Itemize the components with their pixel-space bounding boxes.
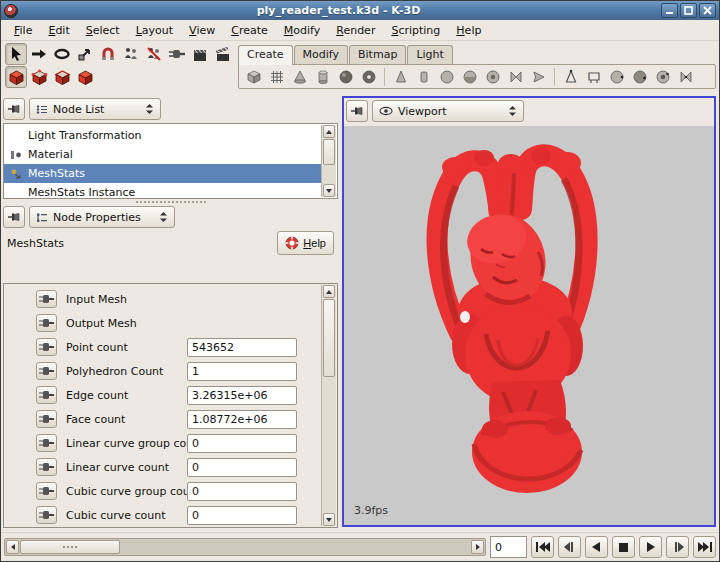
minimize-button[interactable]: [661, 3, 678, 18]
play-reverse-button[interactable]: [585, 536, 608, 558]
timeline-scrollbar[interactable]: [4, 538, 486, 556]
poly-torus-icon[interactable]: [358, 66, 379, 87]
scroll-up-arrow[interactable]: [323, 285, 335, 298]
scroll-right-arrow[interactable]: [471, 540, 484, 554]
quadric-hemisphere-icon[interactable]: [459, 66, 480, 87]
property-value-input[interactable]: [187, 434, 297, 453]
viewport-canvas[interactable]: 3.9fps: [344, 126, 714, 525]
nurbs-sphere-icon[interactable]: [606, 66, 627, 87]
render-preview-button[interactable]: [189, 43, 211, 65]
node-list-item-selected[interactable]: MeshStats: [4, 164, 321, 183]
play-button[interactable]: [639, 536, 662, 558]
step-back-button[interactable]: [558, 536, 581, 558]
plug-button[interactable]: [36, 386, 57, 404]
quadric-sphere-icon[interactable]: [436, 66, 457, 87]
scrollbar-thumb[interactable]: [323, 139, 335, 165]
poly-cube-icon[interactable]: [243, 66, 264, 87]
step-forward-button[interactable]: [666, 536, 689, 558]
plug-tool-button[interactable]: [166, 43, 188, 65]
help-button[interactable]: Help: [277, 231, 334, 255]
titlebar[interactable]: ply_reader_test.k3d - K-3D: [1, 1, 719, 20]
render-animation-button[interactable]: [212, 43, 234, 65]
skip-to-start-button[interactable]: [531, 536, 554, 558]
poly-cylinder-icon[interactable]: [312, 66, 333, 87]
scale-tool-button[interactable]: [74, 43, 96, 65]
property-value-input[interactable]: [187, 362, 297, 381]
maximize-button[interactable]: [680, 3, 697, 18]
node-list-item[interactable]: Light Transformation: [4, 126, 321, 145]
pin-button[interactable]: [3, 206, 25, 228]
select-points-mode-button[interactable]: [28, 66, 50, 88]
menu-create[interactable]: Create: [224, 22, 275, 39]
node-properties-panel-selector[interactable]: Node Properties: [29, 206, 175, 228]
property-value-input[interactable]: [187, 338, 297, 357]
menu-view[interactable]: View: [182, 22, 222, 39]
quadric-hyperboloid-icon[interactable]: [505, 66, 526, 87]
node-list-item[interactable]: Material: [4, 145, 321, 164]
tab-bitmap[interactable]: Bitmap: [349, 45, 406, 64]
menu-scripting[interactable]: Scripting: [384, 22, 447, 39]
node-list-item[interactable]: MeshStats Instance: [4, 183, 321, 199]
plug-button[interactable]: [36, 362, 57, 380]
tab-modify[interactable]: Modify: [294, 45, 348, 64]
plug-button[interactable]: [36, 506, 57, 524]
select-tool-button[interactable]: [5, 43, 27, 65]
nurbs-cone-icon[interactable]: [560, 66, 581, 87]
property-value-input[interactable]: [187, 386, 297, 405]
timeline-scrollbar-thumb[interactable]: [20, 540, 120, 554]
rotate-tool-button[interactable]: [51, 43, 73, 65]
scrollbar-thumb[interactable]: [323, 299, 335, 377]
unparent-tool-button[interactable]: [143, 43, 165, 65]
close-button[interactable]: [699, 3, 716, 18]
select-faces-mode-button[interactable]: [74, 66, 96, 88]
nurbs-hemisphere-icon[interactable]: [629, 66, 650, 87]
plug-button[interactable]: [36, 482, 57, 500]
plug-button[interactable]: [36, 338, 57, 356]
tab-create[interactable]: Create: [238, 45, 293, 65]
move-tool-button[interactable]: [28, 43, 50, 65]
quadric-paraboloid-icon[interactable]: [528, 66, 549, 87]
menu-file[interactable]: File: [7, 22, 39, 39]
menu-select[interactable]: Select: [79, 22, 127, 39]
parent-tool-button[interactable]: [120, 43, 142, 65]
menu-modify[interactable]: Modify: [277, 22, 327, 39]
poly-cone-icon[interactable]: [289, 66, 310, 87]
property-value-input[interactable]: [187, 506, 297, 525]
stop-button[interactable]: [612, 536, 635, 558]
node-properties-scrollbar[interactable]: [321, 285, 336, 526]
menu-help[interactable]: Help: [449, 22, 488, 39]
select-lines-mode-button[interactable]: [51, 66, 73, 88]
scroll-up-arrow[interactable]: [323, 125, 335, 138]
scroll-down-arrow[interactable]: [323, 513, 335, 526]
poly-sphere-icon[interactable]: [335, 66, 356, 87]
tab-light[interactable]: Light: [407, 45, 452, 64]
menu-layout[interactable]: Layout: [129, 22, 180, 39]
pin-button[interactable]: [3, 98, 25, 120]
plug-button[interactable]: [36, 410, 57, 428]
scroll-down-arrow[interactable]: [323, 184, 335, 197]
frame-number-input[interactable]: [490, 536, 527, 558]
happy-buddha-model[interactable]: [398, 134, 648, 524]
plug-button[interactable]: [36, 290, 57, 308]
property-value-input[interactable]: [187, 482, 297, 501]
plug-button[interactable]: [36, 314, 57, 332]
quadric-disk-icon[interactable]: [482, 66, 503, 87]
plug-button[interactable]: [36, 458, 57, 476]
menu-edit[interactable]: Edit: [41, 22, 76, 39]
select-nodes-mode-button[interactable]: [5, 66, 27, 88]
viewport-panel-selector[interactable]: Viewport: [372, 100, 524, 122]
nurbs-disk-icon[interactable]: [652, 66, 673, 87]
scroll-left-arrow[interactable]: [6, 540, 19, 554]
quadric-cone-icon[interactable]: [390, 66, 411, 87]
quadric-cylinder-icon[interactable]: [413, 66, 434, 87]
property-value-input[interactable]: [187, 410, 297, 429]
skip-to-end-button[interactable]: [693, 536, 716, 558]
property-value-input[interactable]: [187, 458, 297, 477]
menu-render[interactable]: Render: [329, 22, 382, 39]
pin-button[interactable]: [346, 100, 368, 122]
nurbs-grid-icon[interactable]: [583, 66, 604, 87]
node-list-panel-selector[interactable]: Node List: [29, 98, 161, 120]
nurbs-hyperboloid-icon[interactable]: [675, 66, 696, 87]
snap-tool-button[interactable]: [97, 43, 119, 65]
plug-button[interactable]: [36, 434, 57, 452]
